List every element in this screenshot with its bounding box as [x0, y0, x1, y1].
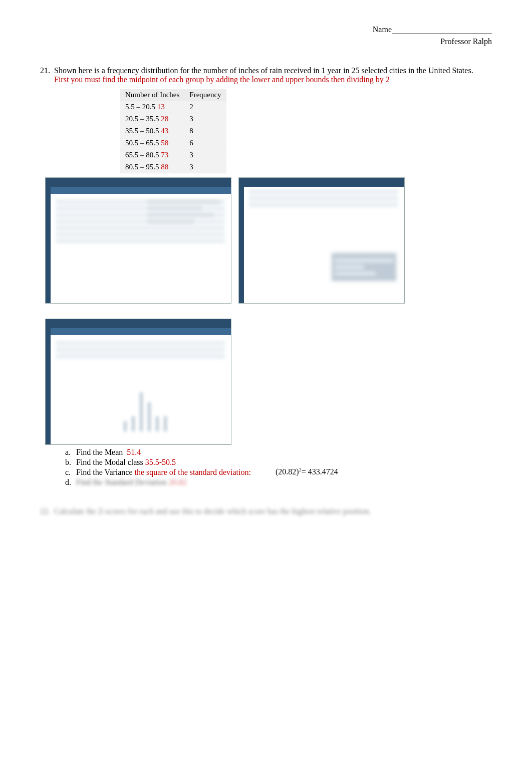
subpart-answer: the square of the standard deviation:	[135, 468, 251, 477]
subpart-label: Find the Modal class	[76, 458, 143, 467]
cell-frequency: 2	[184, 101, 226, 113]
screenshot-group	[45, 177, 492, 445]
table-row: 50.5 – 65.5 586	[120, 137, 226, 149]
table-row: 35.5 – 50.5 438	[120, 125, 226, 137]
question-number: 21.	[40, 66, 54, 84]
cell-range: 65.5 – 80.5 73	[120, 149, 184, 161]
calc-screenshot-1	[45, 177, 231, 304]
frequency-table: Number of Inches Frequency 5.5 – 20.5 13…	[120, 89, 226, 173]
question-body: Calculate the Z-scores for each and use …	[54, 507, 492, 516]
question-body: Shown here is a frequency distribution f…	[54, 66, 492, 84]
calc-screenshot-2	[238, 177, 405, 304]
subpart-label-blurred: Find the Standard Deviation	[76, 478, 167, 487]
cell-range: 50.5 – 65.5 58	[120, 137, 184, 149]
subpart-letter: c.	[65, 468, 76, 477]
subpart-d: d. Find the Standard Deviation 20.82	[65, 478, 492, 487]
table-row: 20.5 – 35.5 283	[120, 113, 226, 125]
name-field: Name	[373, 25, 492, 34]
cell-range: 20.5 – 35.5 28	[120, 113, 184, 125]
table-row: 65.5 – 80.5 733	[120, 149, 226, 161]
question-22-blurred: 22. Calculate the Z-scores for each and …	[40, 507, 492, 516]
subpart-b: b. Find the Modal class 35.5-50.5	[65, 458, 492, 467]
question-number: 22.	[40, 507, 54, 516]
name-label: Name	[373, 25, 392, 34]
subpart-letter: d.	[65, 478, 76, 487]
cell-range: 80.5 – 95.5 88	[120, 161, 184, 173]
professor-name: Professor Ralph	[40, 37, 492, 46]
question-text: Shown here is a frequency distribution f…	[54, 66, 492, 75]
cell-frequency: 3	[184, 113, 226, 125]
cell-frequency: 3	[184, 161, 226, 173]
subpart-c: c. Find the Variance the square of the s…	[65, 468, 492, 477]
subpart-answer: 35.5-50.5	[145, 458, 176, 467]
page-header: Name Professor Ralph	[40, 25, 492, 46]
cell-range: 5.5 – 20.5 13	[120, 101, 184, 113]
header-range: Number of Inches	[120, 89, 184, 101]
name-blank-line	[392, 26, 492, 34]
cell-frequency: 8	[184, 125, 226, 137]
table-header-row: Number of Inches Frequency	[120, 89, 226, 101]
subpart-label: Find the Mean	[76, 448, 123, 457]
subpart-a: a. Find the Mean 51.4	[65, 448, 492, 457]
cell-frequency: 6	[184, 137, 226, 149]
calc-screenshot-3	[45, 319, 231, 445]
subpart-letter: b.	[65, 458, 76, 467]
table-row: 5.5 – 20.5 132	[120, 101, 226, 113]
subpart-letter: a.	[65, 448, 76, 457]
subpart-answer-blurred: 20.82	[169, 478, 187, 487]
subpart-answer: 51.4	[127, 448, 141, 457]
subpart-label: Find the Variance	[76, 468, 133, 477]
variance-formula: (20.82)2= 433.4724	[276, 467, 338, 476]
table-row: 80.5 – 95.5 883	[120, 161, 226, 173]
cell-range: 35.5 – 50.5 43	[120, 125, 184, 137]
question-21: 21. Shown here is a frequency distributi…	[40, 66, 492, 84]
question-hint: First you must find the midpoint of each…	[54, 75, 492, 84]
header-frequency: Frequency	[184, 89, 226, 101]
subparts-list: a. Find the Mean 51.4 b. Find the Modal …	[65, 448, 492, 487]
cell-frequency: 3	[184, 149, 226, 161]
